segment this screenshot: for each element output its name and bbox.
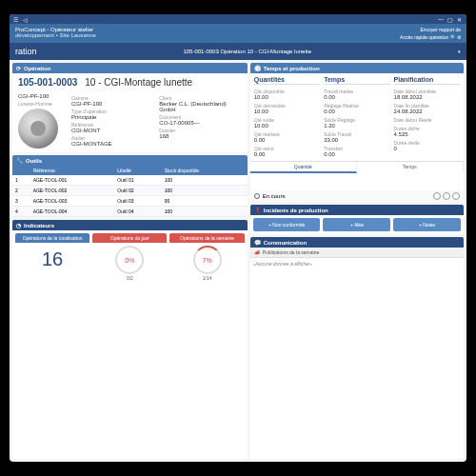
- quick-access-label: Accès rapide opération: [400, 34, 448, 40]
- ind-day-title: Opérations du jour: [92, 233, 167, 243]
- gauge-icon: ◔: [16, 222, 21, 228]
- notes-button[interactable]: + Notes: [393, 218, 461, 231]
- alea-label: Aléa: [354, 222, 364, 228]
- megaphone-icon: 📣: [254, 249, 260, 255]
- qp-row: Réglage Réalisé0.00: [324, 101, 389, 114]
- col-ref[interactable]: Référence: [30, 166, 115, 175]
- window-titlebar: ☰ ◁ — ▢ ✕: [10, 14, 466, 24]
- nonconf-label: Non conformité: [272, 222, 305, 228]
- comm-panel: 💬Communication 📣Publications de la semai…: [250, 237, 464, 459]
- qty-header: Quantités: [254, 76, 320, 85]
- qp-row: Transfert0.00: [324, 144, 389, 157]
- table-row[interactable]: 2AGE-TOOL-002Outil 02100: [12, 186, 248, 196]
- type-value: Principale: [71, 114, 153, 120]
- qp-row: Qté disponible10.00: [254, 87, 320, 100]
- operation-panel-title: Opération: [24, 66, 50, 71]
- operation-panel: ⟳Opération 105-001-0003 10 - CGI-Montage…: [12, 63, 248, 152]
- back-icon[interactable]: ◁: [23, 16, 29, 22]
- qp-row: Qté solde10.00: [254, 115, 320, 129]
- gamme-value: CGI-PF-100: [71, 101, 153, 107]
- menu-icon[interactable]: ☰: [13, 16, 19, 22]
- status-dot-icon: [254, 193, 260, 199]
- chat-icon: 💬: [254, 239, 261, 246]
- window-max-icon[interactable]: ▢: [447, 16, 453, 22]
- app-header: ProConcept - Opérateur atelier développe…: [10, 24, 466, 43]
- operation-number: 105-001-0003: [18, 77, 77, 88]
- ind-card-day: Opérations du jour 0% 0/2: [92, 233, 167, 283]
- qp-row: Qté réalisée0.00: [254, 129, 320, 143]
- doc-value: CO-17-00005---: [159, 120, 241, 126]
- ind-week-sub: 1/14: [169, 275, 244, 283]
- qp-row: Durée tâche4.525: [394, 124, 460, 137]
- status-row: En cours: [250, 190, 464, 202]
- nonconf-button[interactable]: + Non conformité: [253, 218, 321, 231]
- ind-day-gauge: 0%: [115, 246, 144, 274]
- clock-icon: 🕓: [254, 65, 261, 71]
- tab-time[interactable]: Temps: [357, 162, 464, 173]
- col-n[interactable]: [12, 166, 30, 175]
- col-stock[interactable]: Stock disponible: [162, 166, 248, 175]
- status-text: En cours: [263, 193, 286, 199]
- table-row[interactable]: 3AGE-TOOL-003Outil 0395: [12, 196, 248, 207]
- operation-name: 10 - CGI-Montage lunette: [85, 77, 192, 88]
- client-value: Becker C.L. (Deutschland) GmbH: [159, 101, 241, 112]
- time-header: Temps: [324, 76, 389, 85]
- qp-row: Qté rebut0.00: [254, 144, 320, 157]
- indicators-panel: ◔Indicateurs Opérations de la localisati…: [12, 220, 248, 459]
- time-prod-title: Temps et production: [264, 66, 320, 71]
- qp-row: Solde Réglage1.20: [324, 115, 389, 129]
- main-content: ⟳Opération 105-001-0003 10 - CGI-Montage…: [10, 60, 466, 462]
- window-min-icon[interactable]: —: [438, 16, 444, 22]
- table-row[interactable]: 4AGE-TOOL-004Outil 04100: [12, 207, 248, 217]
- indicators-panel-title: Indicateurs: [24, 223, 54, 228]
- tools-table: Référence Libellé Stock disponible 1AGE-…: [12, 166, 248, 217]
- ind-loc-title: Opérations de la localisation: [15, 233, 89, 243]
- qp-tabs: Quantité Temps: [250, 161, 464, 173]
- ind-week-pct: 7%: [203, 257, 212, 264]
- qp-row: Durée réelle0: [394, 138, 460, 151]
- timer3-icon[interactable]: [452, 192, 460, 200]
- ref-value: CGI-MONT: [71, 128, 153, 133]
- alea-button[interactable]: + Aléa: [323, 218, 390, 231]
- product-name: Lunette-Homme: [18, 101, 66, 107]
- atelier-value: CGI-MONTAGE: [71, 141, 153, 147]
- product-code: CGI-PF-100: [18, 93, 66, 99]
- ind-day-pct: 0%: [125, 257, 134, 264]
- breadcrumb: 105-001-0003 Opération 10 - CGI-Montage …: [183, 49, 311, 54]
- time-prod-panel: 🕓Temps et production QuantitésQté dispon…: [250, 63, 464, 202]
- page-titlebar: ration 105-001-0003 Opération 10 - CGI-M…: [10, 43, 466, 60]
- timer2-icon[interactable]: [443, 192, 450, 200]
- search-icon[interactable]: 🔍: [450, 34, 456, 40]
- send-report-link[interactable]: Envoyer rapport de: [400, 27, 461, 32]
- plan-header: Planification: [394, 76, 460, 85]
- table-row[interactable]: 1AGE-TOOL-001Outil 01100: [12, 175, 248, 186]
- tools-icon: 🔧: [16, 157, 23, 164]
- window-close-icon[interactable]: ✕: [457, 16, 463, 22]
- ind-card-loc: Opérations de la localisation 16: [15, 233, 89, 283]
- qp-row: Date début planifiée18.08.2022: [394, 87, 460, 100]
- timer1-icon[interactable]: [433, 192, 441, 200]
- comm-title: Communication: [264, 240, 307, 246]
- qp-row: Travail réalisé0.00: [324, 87, 389, 100]
- app-context: développement • Site Lausanne: [15, 32, 96, 38]
- dossier-value: 168: [159, 133, 241, 139]
- ind-week-gauge: 7%: [193, 246, 222, 274]
- tab-qty[interactable]: Quantité: [250, 162, 357, 173]
- tools-panel-title: Outils: [26, 158, 42, 164]
- alert-icon: ❗: [254, 207, 261, 213]
- incidents-panel: ❗Incidents de production + Non conformit…: [250, 205, 464, 234]
- comm-subtitle: Publications de la semaine: [263, 249, 319, 255]
- ind-week-title: Opérations de la semaine: [169, 233, 244, 243]
- qp-row: Solde Travail33.00: [324, 129, 389, 143]
- app-frame: ☰ ◁ — ▢ ✕ ProConcept - Opérateur atelier…: [10, 14, 466, 462]
- ind-card-week: Opérations de la semaine 7% 1/14: [169, 233, 244, 283]
- page-title: ration: [15, 47, 37, 56]
- refresh-icon[interactable]: ⟳: [16, 65, 21, 71]
- part-image: [18, 109, 58, 149]
- chevron-down-icon[interactable]: ▾: [458, 49, 461, 54]
- qp-row: Date début Réelle: [394, 115, 460, 123]
- settings-icon[interactable]: ⚙: [457, 34, 461, 40]
- comm-empty: «Aucune donnée à afficher»: [250, 258, 464, 269]
- ind-day-sub: 0/2: [92, 275, 167, 283]
- col-lib[interactable]: Libellé: [114, 166, 161, 175]
